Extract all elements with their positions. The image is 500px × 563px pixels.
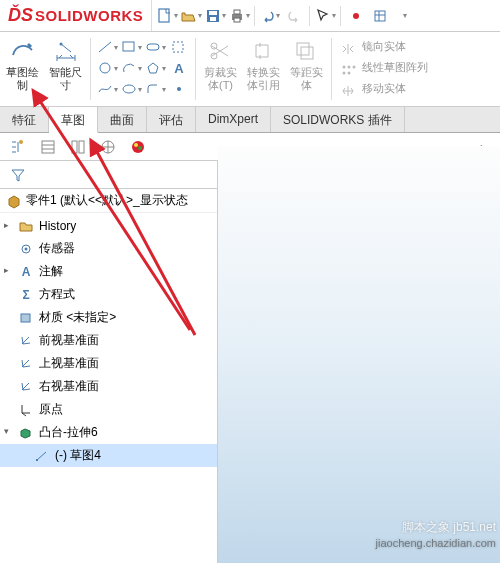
tree-sensors[interactable]: 传感器 (0, 237, 217, 260)
tab-sketch[interactable]: 草图 (49, 107, 98, 133)
svg-rect-8 (375, 11, 385, 21)
svg-point-17 (211, 53, 217, 59)
tree-extrude-feature[interactable]: ▾凸台-拉伸6 (0, 421, 217, 444)
logo-text: SOLIDWORKS (35, 7, 143, 24)
pattern-tool[interactable] (338, 61, 358, 79)
svg-point-21 (348, 66, 351, 69)
print-button[interactable]: ▾ (228, 5, 250, 27)
slot-tool[interactable]: ▾ (145, 38, 165, 56)
watermark: 脚本之象 jb51.net jiaocheng.chazidian.com (376, 519, 496, 551)
text-tool[interactable]: A (169, 59, 189, 77)
tab-features[interactable]: 特征 (0, 107, 49, 132)
svg-point-16 (211, 43, 217, 49)
fm-appearance-tab[interactable] (126, 136, 150, 158)
svg-rect-36 (36, 459, 38, 461)
filter-bar (0, 161, 217, 189)
tree-top-plane[interactable]: 上视基准面 (0, 352, 217, 375)
feature-tree: ▸History 传感器 ▸A注解 Σ方程式 材质 <未指定> 前视基准面 上视… (0, 213, 217, 469)
sketch-item-icon (34, 448, 50, 464)
circle-tool[interactable]: ▾ (97, 59, 117, 77)
undo-button[interactable]: ▾ (259, 5, 281, 27)
plane-icon (18, 356, 34, 372)
options-button[interactable] (369, 5, 391, 27)
spline-tool[interactable]: ▾ (97, 80, 117, 98)
svg-rect-2 (209, 11, 217, 15)
tree-annotations[interactable]: ▸A注解 (0, 260, 217, 283)
logo-ds-icon: ĎS (8, 5, 33, 26)
tab-evaluate[interactable]: 评估 (147, 107, 196, 132)
offset-icon (294, 38, 320, 64)
sensor-icon (18, 241, 34, 257)
extrude-icon (18, 425, 34, 441)
mirror-tool[interactable] (338, 40, 358, 58)
trim-button[interactable]: 剪裁实 体(T) (200, 36, 241, 102)
ribbon-toolbar: 草图绘 制 智能尺 寸 ▾ ▾ ▾ ▾ ▾ ▾ A ▾ ▾ ▾ 剪裁实 体(T) (0, 32, 500, 107)
save-button[interactable]: ▾ (204, 5, 226, 27)
tree-material[interactable]: 材质 <未指定> (0, 306, 217, 329)
title-bar: ĎS SOLIDWORKS ▾ ▾ ▾ ▾ ▾ ▾ ▾ (0, 0, 500, 32)
arc-tool[interactable]: ▾ (121, 59, 141, 77)
equation-icon: Σ (18, 287, 34, 303)
tree-front-plane[interactable]: 前视基准面 (0, 329, 217, 352)
annotation-icon: A (18, 264, 34, 280)
convert-icon (251, 38, 277, 64)
modify-grid: 镜向实体 线性草图阵列 移动实体 (336, 36, 430, 102)
svg-rect-27 (72, 141, 77, 153)
new-file-button[interactable]: ▾ (156, 5, 178, 27)
svg-point-32 (138, 146, 142, 150)
line-tool[interactable]: ▾ (97, 38, 117, 56)
svg-rect-3 (210, 17, 216, 21)
convert-button[interactable]: 转换实 体引用 (243, 36, 284, 102)
graphics-viewport[interactable]: 脚本之象 jb51.net jiaocheng.chazidian.com (218, 146, 500, 563)
svg-rect-18 (297, 43, 309, 55)
tree-origin[interactable]: 原点 (0, 398, 217, 421)
tab-dimxpert[interactable]: DimXpert (196, 107, 271, 132)
rebuild-button[interactable] (345, 5, 367, 27)
point-tool[interactable] (169, 80, 189, 98)
part-root[interactable]: 零件1 (默认<<默认>_显示状态 (0, 189, 217, 213)
plane-icon (18, 379, 34, 395)
filter-icon[interactable] (6, 164, 30, 186)
rect-tool[interactable]: ▾ (121, 38, 141, 56)
svg-rect-26 (42, 141, 54, 153)
svg-rect-11 (147, 44, 159, 50)
draw-tools-grid: ▾ ▾ ▾ ▾ ▾ ▾ A ▾ ▾ ▾ (95, 36, 191, 102)
fm-config-tab[interactable] (66, 136, 90, 158)
tab-addins[interactable]: SOLIDWORKS 插件 (271, 107, 405, 132)
tree-equations[interactable]: Σ方程式 (0, 283, 217, 306)
more-button[interactable]: ▾ (393, 5, 415, 27)
svg-point-7 (353, 13, 359, 19)
svg-rect-6 (234, 18, 240, 22)
svg-point-30 (132, 141, 144, 153)
svg-rect-0 (159, 9, 169, 22)
svg-point-15 (177, 87, 181, 91)
smart-dimension-button[interactable]: 智能尺 寸 (45, 36, 86, 102)
svg-rect-28 (79, 141, 84, 153)
fillet-tool[interactable]: ▾ (145, 80, 165, 98)
tree-history[interactable]: ▸History (0, 215, 217, 237)
feature-manager-panel: 零件1 (默认<<默认>_显示状态 ▸History 传感器 ▸A注解 Σ方程式… (0, 161, 218, 563)
sketch-button[interactable]: 草图绘 制 (2, 36, 43, 102)
redo-button[interactable] (283, 5, 305, 27)
svg-point-34 (25, 247, 28, 250)
tree-sketch4[interactable]: (-) 草图4 (0, 444, 217, 467)
tab-surfaces[interactable]: 曲面 (98, 107, 147, 132)
svg-point-31 (134, 143, 138, 147)
open-file-button[interactable]: ▾ (180, 5, 202, 27)
svg-rect-12 (173, 42, 183, 52)
offset-button[interactable]: 等距实 体 (286, 36, 327, 102)
tree-right-plane[interactable]: 右视基准面 (0, 375, 217, 398)
fm-property-tab[interactable] (36, 136, 60, 158)
perimeter-tool[interactable] (169, 38, 189, 56)
select-button[interactable]: ▾ (314, 5, 336, 27)
polygon-tool[interactable]: ▾ (145, 59, 165, 77)
ellipse-tool[interactable]: ▾ (121, 80, 141, 98)
svg-point-24 (348, 72, 351, 75)
sketch-icon (10, 38, 36, 64)
svg-point-22 (353, 66, 356, 69)
move-tool[interactable] (338, 82, 358, 100)
command-manager-tabs: 特征 草图 曲面 评估 DimXpert SOLIDWORKS 插件 (0, 107, 500, 133)
fm-dimxpert-tab[interactable] (96, 136, 120, 158)
fm-tree-tab[interactable] (6, 136, 30, 158)
app-logo: ĎS SOLIDWORKS (0, 0, 152, 31)
